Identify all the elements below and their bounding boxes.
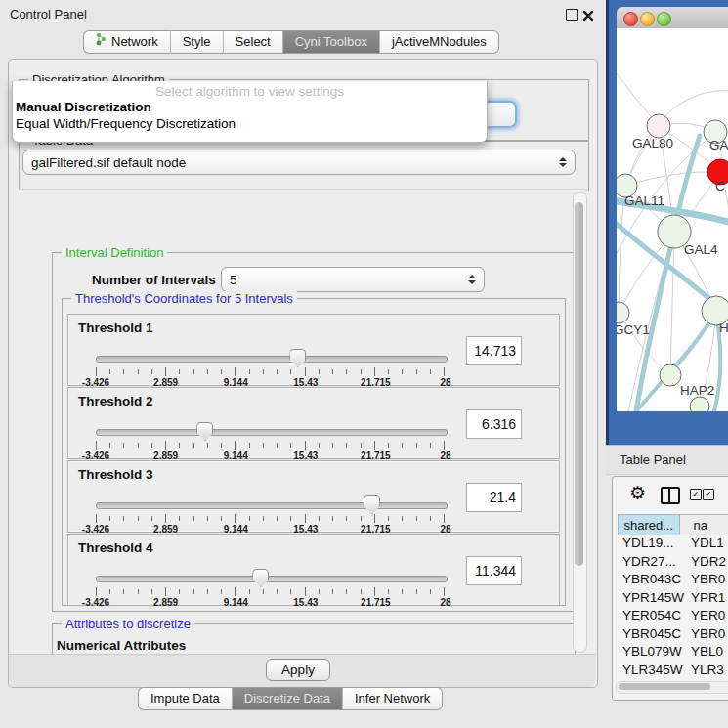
threshold-panel: Threshold 2-3.4262.8599.14415.4321.71528… [67, 387, 560, 459]
tab-style[interactable]: Style [171, 30, 224, 54]
gear-icon[interactable]: ⚙ [629, 482, 646, 505]
tab-label: Impute Data [150, 688, 220, 709]
table-column-header[interactable]: na [680, 514, 728, 535]
network-view-window: GAL80GACGAL11GAL4GCY1HHAP2 [606, 0, 728, 445]
float-window-icon[interactable] [566, 9, 578, 21]
threshold-value-field[interactable]: 14.713 [466, 336, 522, 365]
number-of-intervals-combobox[interactable]: 5 [221, 267, 485, 292]
close-icon[interactable] [582, 8, 594, 20]
network-node-label: HAP2 [680, 383, 714, 398]
table-row[interactable]: YLR345WYLR3 [618, 663, 728, 681]
combobox-stepper-icon [467, 275, 476, 284]
table-data-combobox-value: galFiltered.sif default node [31, 155, 558, 170]
table-row[interactable]: YBR045CYBR0 [618, 626, 728, 645]
table-cell: YBR0 [685, 572, 728, 590]
vertical-scrollbar[interactable] [573, 192, 587, 653]
table-cell: YDR27... [618, 554, 685, 573]
columns-icon[interactable] [661, 487, 680, 504]
threshold-slider[interactable]: -3.4262.8599.14415.4321.71528 [96, 494, 446, 532]
interval-definition-group: Interval Definition Number of Intervals … [52, 252, 576, 612]
table-toolbar: ⚙ ✓ ✓ [613, 477, 728, 512]
algorithm-option[interactable]: Equal Width/Frequency Discretization [16, 116, 236, 131]
network-node[interactable] [690, 397, 709, 411]
table-cell: YBL0 [685, 644, 728, 663]
table-row[interactable]: YDL19...YDL1 [618, 535, 728, 554]
apply-row: Apply [9, 654, 595, 687]
table-row[interactable]: YDR27...YDR2 [618, 554, 728, 573]
table-column-header[interactable]: shared... [618, 514, 680, 535]
checkbox-icon[interactable]: ✓ [690, 489, 702, 500]
threshold-label: Threshold 1 [78, 321, 153, 335]
slider-track[interactable] [96, 356, 448, 363]
threshold-slider[interactable]: -3.4262.8599.14415.4321.71528 [96, 421, 446, 458]
table-cell: YER0 [685, 608, 728, 626]
tab-label: Select [236, 31, 271, 53]
threshold-value-field[interactable]: 11.344 [466, 556, 522, 585]
table-cell: YBR045C [618, 626, 685, 645]
algorithm-option[interactable]: Manual Discretization [16, 100, 151, 114]
threshold-slider[interactable]: -3.4262.8599.14415.4321.71528 [96, 568, 446, 605]
network-node-label: GAL4 [684, 242, 718, 257]
network-node[interactable] [617, 302, 629, 323]
threshold-panel: Threshold 1-3.4262.8599.14415.4321.71528… [67, 314, 560, 386]
slider-thumb[interactable] [196, 422, 213, 441]
thresholds-group-title: Threshold's Coordinates for 5 Intervals [71, 291, 297, 306]
threshold-slider[interactable]: -3.4262.8599.14415.4321.71528 [96, 348, 446, 385]
slider-track[interactable] [96, 502, 448, 509]
table-data-combobox[interactable]: galFiltered.sif default node [22, 150, 576, 175]
apply-button[interactable]: Apply [266, 659, 330, 681]
mac-close-button[interactable] [623, 12, 638, 26]
control-panel: Control Panel NetworkStyleSelectCyni Too… [0, 0, 606, 728]
algorithm-popup-placeholder: Select algorithm to view settings [13, 84, 487, 99]
algorithm-dropdown-popup: Select algorithm to view settings Manual… [12, 81, 488, 143]
tab-cyni-toolbox[interactable]: Cyni Toolbox [283, 30, 380, 54]
tab-select[interactable]: Select [224, 30, 283, 54]
tab-impute-data[interactable]: Impute Data [138, 687, 233, 710]
threshold-label: Threshold 4 [78, 540, 153, 555]
thresholds-group: Threshold's Coordinates for 5 Intervals … [62, 298, 566, 606]
network-edge[interactable] [625, 172, 720, 186]
mac-zoom-button[interactable] [657, 12, 671, 26]
threshold-value-field[interactable]: 6.316 [466, 409, 522, 439]
algorithm-combobox[interactable] [484, 101, 517, 128]
slider-thumb[interactable] [289, 349, 306, 367]
table-row[interactable]: YBL079WYBL0 [618, 644, 728, 663]
numerical-attributes-label: Numerical Attributes [57, 638, 186, 653]
table-row[interactable]: YER054CYER0 [618, 608, 728, 626]
table-row[interactable]: YPR145WYPR1 [618, 590, 728, 609]
table-cell: YPR145W [618, 590, 685, 609]
table-row[interactable]: YBR043CYBR0 [618, 572, 728, 590]
table-cell: YLR345W [618, 663, 685, 681]
control-panel-title: Control Panel [10, 7, 87, 21]
network-window-titlebar[interactable] [617, 7, 728, 29]
network-node[interactable] [647, 114, 670, 138]
slider-track[interactable] [96, 429, 448, 436]
table-cell: YBL079W [618, 644, 685, 663]
slider-ticks [96, 587, 446, 596]
tab-label: Style [183, 31, 211, 53]
horizontal-scrollbar[interactable] [616, 681, 728, 694]
mac-minimize-button[interactable] [640, 12, 655, 26]
network-canvas[interactable]: GAL80GACGAL11GAL4GCY1HHAP2 [617, 28, 728, 411]
table-panel-bar: Table Panel [606, 445, 728, 475]
checkbox-icon[interactable]: ✓ [703, 489, 714, 500]
table-cell: YBR0 [685, 626, 728, 645]
tab-jactivemnodules[interactable]: jActiveMNodules [380, 30, 499, 54]
slider-thumb[interactable] [364, 495, 380, 514]
slider-ticks [96, 514, 446, 523]
table-cell: YER054C [618, 608, 685, 626]
bottom-tab-strip: Impute DataDiscretize DataInfer Network [138, 687, 443, 710]
tab-network[interactable]: Network [83, 30, 171, 54]
network-node[interactable] [660, 364, 681, 386]
tab-discretize-data[interactable]: Discretize Data [233, 687, 343, 710]
slider-track[interactable] [96, 576, 448, 582]
slider-thumb[interactable] [252, 569, 269, 587]
window-frame-edge [606, 0, 609, 445]
table-cell: YDL1 [685, 535, 728, 554]
threshold-value-field[interactable]: 21.4 [466, 483, 522, 512]
slider-ticks [96, 367, 446, 376]
threshold-label: Threshold 3 [78, 467, 153, 482]
settings-scroll-viewport: Interval Definition Number of Intervals … [19, 189, 587, 655]
tab-infer-network[interactable]: Infer Network [343, 687, 443, 710]
network-node-label: GA [709, 138, 728, 152]
